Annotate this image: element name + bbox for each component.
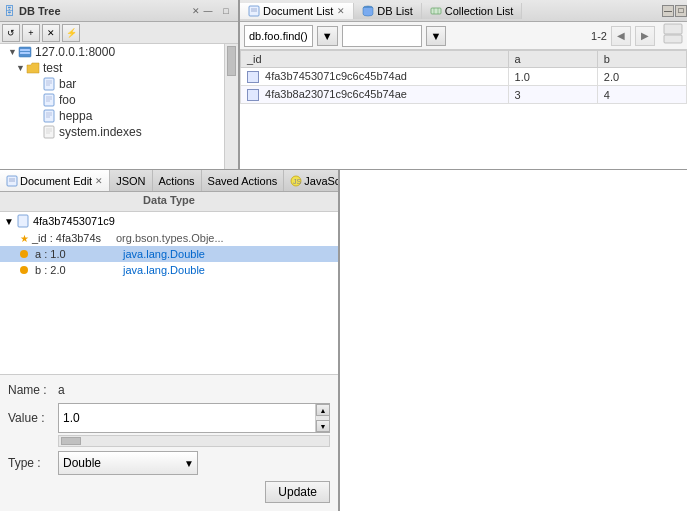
svg-rect-27 [664, 35, 682, 43]
db-tree-tab-marker: ✕ [192, 6, 200, 16]
value-hscroll[interactable] [58, 435, 330, 447]
query-extra-input[interactable] [342, 25, 422, 47]
name-value: a [58, 383, 65, 397]
doclist-maximize[interactable]: □ [675, 5, 687, 17]
tab-docedit-close[interactable]: ✕ [95, 176, 103, 186]
tree-node-heppa[interactable]: ▶ heppa [0, 108, 238, 124]
tab-doc-edit[interactable]: Document Edit ✕ [0, 170, 110, 191]
tab-saved-actions[interactable]: Saved Actions [202, 170, 285, 191]
connect-btn[interactable]: ⚡ [62, 24, 80, 42]
row2-id: 4fa3b8a23071c9c6c45b74ae [241, 86, 509, 104]
tab-docedit-label: Document Edit [20, 175, 92, 187]
data-type-header: Data Type [0, 192, 338, 212]
db-tree-minimize[interactable]: — [200, 3, 216, 19]
query-extra-dropdown[interactable]: ▼ [426, 26, 447, 46]
svg-rect-23 [431, 8, 441, 14]
row2-doc-icon [247, 89, 259, 101]
doc-list-toolbar: db.foo.find() ▼ ▼ 1-2 ◀ ▶ [240, 22, 687, 50]
edit-node-b[interactable]: b : 2.0 java.lang.Double [0, 262, 338, 278]
row1-a: 1.0 [508, 68, 597, 86]
tab-savedactions-label: Saved Actions [208, 175, 278, 187]
value-label: Value : [8, 411, 58, 425]
table-row[interactable]: 4fa3b7453071c9c6c45b74ad 1.0 2.0 [241, 68, 687, 86]
value-scroll-up[interactable]: ▲ [316, 404, 330, 416]
star-icon-id: ★ [20, 233, 29, 244]
edit-tree-root[interactable]: ▼ 4fa3b7453071c9 [0, 212, 338, 230]
root-id-label: 4fa3b7453071c9 [33, 215, 115, 227]
tree-node-server[interactable]: ▼ 127.0.0.1:8000 [0, 44, 238, 60]
bullet-icon-a [20, 250, 28, 258]
tab-javascript[interactable]: JS JavaScript on [284, 170, 338, 191]
edit-node-a[interactable]: a : 1.0 java.lang.Double [0, 246, 338, 262]
tab-json[interactable]: JSON [110, 170, 152, 191]
doc-list-win-controls: — □ [662, 5, 687, 17]
expand-icon-server: ▼ [8, 47, 18, 57]
node-a-type: java.lang.Double [123, 248, 205, 260]
doc-icon-foo [42, 93, 56, 107]
update-button[interactable]: Update [265, 481, 330, 503]
tree-scrollbar[interactable] [224, 44, 238, 169]
value-input[interactable] [59, 404, 315, 432]
svg-rect-11 [44, 110, 54, 122]
tree-node-test[interactable]: ▼ test [0, 60, 238, 76]
edit-node-id[interactable]: ★ _id : 4fa3b74s org.bson.types.Obje... [0, 230, 338, 246]
db-tree-panel: 🗄 DB Tree ✕ — □ ↺ + ✕ ⚡ ▼ [0, 0, 240, 169]
value-scrollbar: ▲ ▼ [315, 404, 329, 432]
col-id[interactable]: _id [241, 51, 509, 68]
value-input-container: ▲ ▼ [58, 403, 330, 433]
doc-icon-sysidx [42, 125, 56, 139]
value-scroll-down[interactable]: ▼ [316, 420, 330, 432]
tab-dblist-label: DB List [377, 5, 412, 17]
tree-node-system-indexes[interactable]: ▶ system.indexes [0, 124, 238, 140]
tab-collist-label: Collection List [445, 5, 513, 17]
type-label: Type : [8, 456, 58, 470]
bar-label: bar [59, 77, 76, 91]
svg-rect-3 [44, 78, 54, 90]
svg-rect-15 [44, 126, 54, 138]
tab-doclist-close[interactable]: ✕ [337, 6, 345, 16]
bullet-icon-b [20, 266, 28, 274]
tab-doclist-label: Document List [263, 5, 333, 17]
tree-scroll-thumb[interactable] [227, 46, 236, 76]
node-id-sep: org.bson.types.Obje... [116, 232, 224, 244]
hscroll-thumb[interactable] [61, 437, 81, 445]
node-id-key: _id : 4fa3b74s [32, 232, 112, 244]
svg-rect-1 [20, 49, 30, 51]
col-a[interactable]: a [508, 51, 597, 68]
svg-rect-35 [18, 215, 28, 227]
next-page-btn[interactable]: ▶ [635, 26, 655, 46]
root-doc-icon [16, 214, 30, 228]
chevron-down-icon2: ▼ [431, 30, 442, 42]
value-hscroll-row [58, 435, 330, 447]
doc-edit-panel: Document Edit ✕ JSON Actions Saved Actio… [0, 170, 340, 511]
server-icon [18, 45, 32, 59]
row1-doc-icon [247, 71, 259, 83]
collapse-icon: ▼ [4, 216, 14, 227]
db-tree-maximize[interactable]: □ [218, 3, 234, 19]
server-label: 127.0.0.1:8000 [35, 45, 115, 59]
tree-node-bar[interactable]: ▶ bar [0, 76, 238, 92]
query-dropdown-btn[interactable]: ▼ [317, 26, 338, 46]
tab-json-label: JSON [116, 175, 145, 187]
tab-collection-list[interactable]: Collection List [422, 3, 522, 19]
doc-table: _id a b 4fa3b7453071c9c6c45b74ad 1.0 [240, 50, 687, 169]
tab-db-list[interactable]: DB List [354, 3, 421, 19]
doc-list-header: Document List ✕ DB List [240, 0, 687, 22]
page-info: 1-2 [591, 30, 607, 42]
db-tree-header: 🗄 DB Tree ✕ — □ [0, 0, 238, 22]
tree-node-foo[interactable]: ▶ foo [0, 92, 238, 108]
tab-document-list[interactable]: Document List ✕ [240, 3, 354, 19]
table-row[interactable]: 4fa3b8a23071c9c6c45b74ae 3 4 [241, 86, 687, 104]
type-select[interactable]: Double String Integer Long Boolean Objec… [58, 451, 198, 475]
tab-actions[interactable]: Actions [153, 170, 202, 191]
prev-page-btn[interactable]: ◀ [611, 26, 631, 46]
add-btn[interactable]: + [22, 24, 40, 42]
tab-actions-label: Actions [159, 175, 195, 187]
refresh-btn[interactable]: ↺ [2, 24, 20, 42]
doc-edit-tabs: Document Edit ✕ JSON Actions Saved Actio… [0, 170, 338, 192]
svg-rect-2 [20, 52, 30, 54]
col-b[interactable]: b [597, 51, 686, 68]
right-panel [340, 170, 687, 511]
doclist-minimize[interactable]: — [662, 5, 674, 17]
delete-btn[interactable]: ✕ [42, 24, 60, 42]
